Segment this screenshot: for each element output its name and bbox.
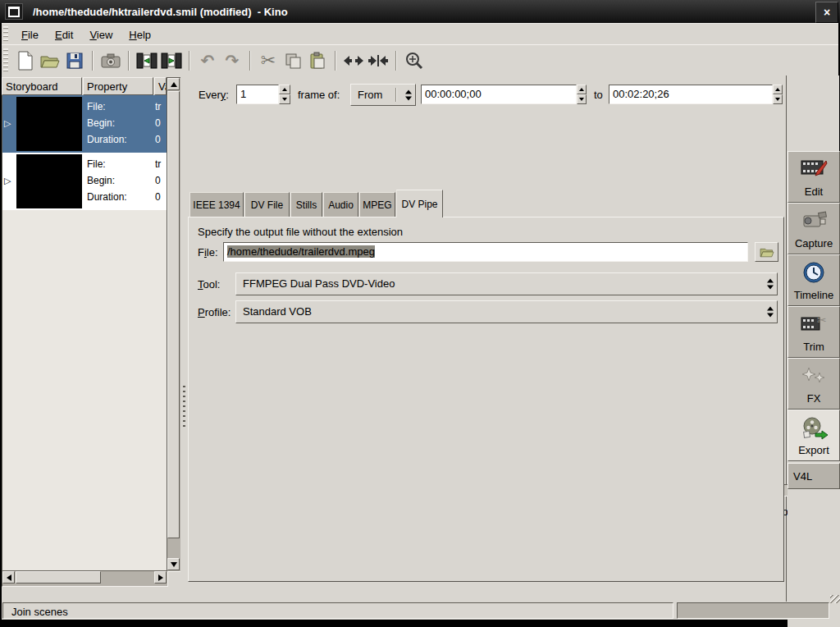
toolbar-separator — [395, 51, 397, 71]
clip-values: tr 0 0 — [155, 156, 167, 205]
tab-dv-file[interactable]: DV File — [244, 192, 290, 217]
dropdown-arrows-icon — [405, 89, 412, 100]
end-timecode-spinner[interactable] — [773, 85, 783, 104]
every-spinner[interactable] — [279, 85, 290, 104]
sidebar-item-capture[interactable]: Capture — [788, 203, 840, 254]
sidebar-item-trim[interactable]: ✂ Trim — [788, 306, 840, 358]
view-sidebar: Edit Capture Timeline ✂ Trim FX Export — [788, 151, 840, 627]
menu-help[interactable]: Help — [121, 26, 159, 43]
storyboard-row[interactable]: ▷ File: Begin: Duration: tr 0 0 — [2, 153, 167, 210]
selected-text: /home/thedude/trailerdvd.mpeg — [227, 245, 375, 258]
camcorder-icon — [799, 209, 829, 232]
save-file-button[interactable] — [62, 48, 87, 73]
dv-pipe-page: Specify the output file without the exte… — [188, 217, 784, 582]
storyboard-list: ▷ File: Begin: Duration: tr 0 0 ▷ — [2, 95, 167, 570]
clip-thumbnail[interactable] — [16, 97, 82, 151]
toolbar-grip[interactable] — [3, 48, 8, 73]
resize-grip[interactable] — [830, 595, 840, 603]
window-menu-button[interactable] — [5, 3, 23, 20]
column-header-storyboard[interactable]: Storyboard — [2, 77, 82, 95]
toolbar-separator — [335, 51, 336, 71]
sidebar-item-edit[interactable]: Edit — [788, 151, 840, 203]
frame-capture-button[interactable] — [98, 48, 123, 73]
storyboard-row[interactable]: ▷ File: Begin: Duration: tr 0 0 — [2, 95, 167, 153]
storyboard-hscrollbar[interactable] — [2, 570, 168, 587]
toolbar: ↶ ↷ ✂ — [2, 44, 838, 77]
scissors-icon: ✂ — [261, 52, 276, 70]
row-marker-icon: ▷ — [4, 118, 11, 129]
output-file-input[interactable]: /home/thedude/trailerdvd.mpeg — [223, 242, 748, 262]
zoom-button[interactable] — [402, 48, 427, 73]
end-timecode-input[interactable]: 00:02:20;26 — [609, 85, 773, 104]
sidebar-item-v4l[interactable]: V4L — [788, 463, 840, 489]
scroll-down-button[interactable] — [167, 558, 180, 570]
svg-text:✂: ✂ — [817, 314, 827, 327]
open-file-button[interactable] — [38, 48, 62, 73]
to-label: to — [594, 89, 603, 101]
dropdown-arrows-icon — [767, 307, 774, 318]
tool-label: Tool: — [198, 278, 220, 291]
profile-label: Profile: — [198, 306, 231, 318]
undo-button[interactable]: ↶ — [195, 48, 220, 73]
toolbar-separator — [189, 51, 190, 71]
menubar: File Edit View Help — [2, 23, 838, 45]
every-frames-input[interactable]: 1 — [236, 85, 279, 104]
insert-after-button[interactable] — [159, 48, 184, 73]
sidebar-item-timeline[interactable]: Timeline — [788, 254, 840, 306]
scroll-left-button[interactable] — [2, 571, 15, 584]
copy-button[interactable] — [281, 48, 305, 73]
paste-button[interactable] — [305, 48, 330, 73]
magnifier-icon — [404, 51, 424, 71]
menubar-grip[interactable] — [3, 26, 8, 43]
tab-mpeg[interactable]: MPEG — [359, 192, 395, 217]
clip-properties: File: Begin: Duration: — [87, 156, 127, 205]
range-mode-select[interactable]: From — [350, 84, 416, 106]
sidebar-item-export[interactable]: Export — [788, 410, 840, 461]
close-button[interactable]: × — [815, 2, 838, 23]
every-label: Every: — [199, 89, 229, 101]
start-timecode-spinner[interactable] — [577, 85, 587, 104]
clip-values: tr 0 0 — [155, 98, 167, 148]
paste-icon — [308, 52, 326, 70]
menu-edit[interactable]: Edit — [47, 26, 81, 43]
scroll-thumb[interactable] — [167, 91, 180, 538]
insert-before-button[interactable] — [135, 48, 159, 73]
main-area: Storyboard Property Va ▷ File: Begin: Du… — [2, 76, 839, 602]
scroll-up-button[interactable] — [167, 78, 180, 90]
file-label: File: — [198, 246, 218, 259]
menu-file[interactable]: File — [13, 26, 47, 43]
tab-dv-pipe[interactable]: DV Pipe — [396, 190, 443, 217]
split-scene-button[interactable] — [341, 48, 366, 73]
film-insert-before-icon — [136, 52, 158, 70]
clip-thumbnail[interactable] — [16, 154, 82, 208]
pane-splitter[interactable] — [180, 77, 188, 587]
open-folder-icon — [759, 245, 775, 259]
tab-stills[interactable]: Stills — [290, 192, 322, 217]
cut-button[interactable]: ✂ — [256, 48, 281, 73]
join-scenes-button[interactable] — [366, 48, 390, 73]
film-pencil-icon — [799, 158, 829, 181]
browse-file-button[interactable] — [755, 242, 778, 262]
film-reel-icon — [799, 415, 829, 440]
copy-icon — [284, 52, 302, 70]
menu-view[interactable]: View — [81, 26, 121, 43]
new-file-button[interactable] — [13, 48, 38, 73]
status-message: Join scenes — [2, 602, 673, 619]
save-floppy-icon — [66, 52, 84, 70]
tab-audio[interactable]: Audio — [323, 192, 358, 217]
tool-select[interactable]: FFMPEG Dual Pass DVD-Video — [235, 272, 778, 295]
join-arrows-icon — [368, 54, 389, 67]
sidebar-item-fx[interactable]: FX — [788, 358, 840, 410]
start-timecode-input[interactable]: 00:00:00;00 — [421, 85, 577, 104]
toolbar-separator — [92, 51, 94, 71]
column-header-property[interactable]: Property — [83, 77, 153, 95]
tab-ieee-1394[interactable]: IEEE 1394 — [189, 192, 244, 217]
column-header-value[interactable]: Va — [154, 77, 167, 95]
redo-button[interactable]: ↷ — [220, 48, 244, 73]
redo-icon: ↷ — [226, 53, 240, 69]
toolbar-separator — [249, 51, 251, 71]
clock-icon — [801, 260, 826, 285]
scroll-right-button[interactable] — [154, 571, 167, 584]
scroll-thumb[interactable] — [16, 571, 101, 584]
profile-select[interactable]: Standard VOB — [235, 300, 778, 323]
